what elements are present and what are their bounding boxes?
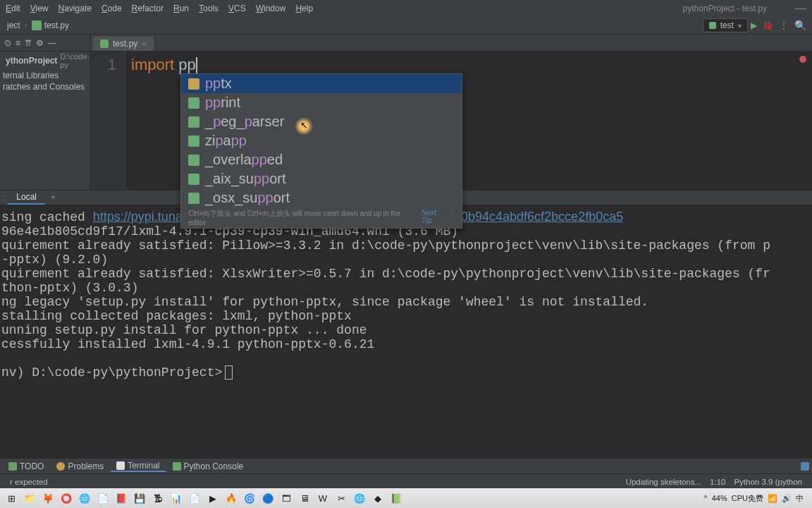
run-button[interactable]: ▶ <box>751 20 757 30</box>
taskbar-app-icon[interactable]: ⊞ <box>3 491 20 505</box>
run-config-selector[interactable]: test <box>703 18 748 32</box>
tree-scratches[interactable]: ratches and Consoles <box>0 81 90 92</box>
tray-volume-icon[interactable]: 🔊 <box>782 494 792 503</box>
autocomplete-item[interactable]: _peg_parser <box>181 112 462 131</box>
title-breadcrumb: pythonProject - test.py <box>683 4 767 13</box>
autocomplete-label: pprint <box>205 95 240 111</box>
status-position[interactable]: 1:10 <box>706 478 730 486</box>
line-number: 1 <box>90 56 116 74</box>
tray-expand-icon[interactable]: ^ <box>704 494 708 502</box>
menu-view[interactable]: View <box>30 4 49 13</box>
autocomplete-label: pptx <box>205 75 232 92</box>
taskbar-app-icon[interactable]: 🌐 <box>351 491 368 505</box>
python-file-icon <box>32 20 42 30</box>
taskbar-app-icon[interactable]: 🌐 <box>76 491 93 505</box>
taskbar-app-icon[interactable]: 🗔 <box>278 491 295 505</box>
collapse-all-icon[interactable]: ⇈ <box>25 38 32 48</box>
tool-window-tabs: TODO Problems Terminal Python Console <box>0 458 812 473</box>
taskbar-app-icon[interactable]: 📄 <box>186 491 203 505</box>
autocomplete-label: _aix_support <box>205 171 286 187</box>
debug-button[interactable]: 🐞 <box>763 20 773 30</box>
menu-help[interactable]: Help <box>295 4 313 13</box>
module-icon <box>188 193 199 204</box>
breadcrumb-project[interactable]: ject <box>3 19 25 32</box>
taskbar-app-icon[interactable]: 📊 <box>168 491 185 505</box>
file-tab-testpy[interactable]: test.py × <box>93 37 154 51</box>
tray-ime[interactable]: 中 <box>796 493 804 504</box>
autocomplete-hint: Ctrl+向下箭头 and Ctrl+向上箭头 will move caret … <box>181 207 462 228</box>
taskbar-app-icon[interactable]: 📄 <box>94 491 111 505</box>
taskbar-app-icon[interactable]: 🔵 <box>259 491 276 505</box>
module-icon <box>188 97 199 109</box>
taskbar-app-icon[interactable]: 📗 <box>388 491 405 505</box>
minimize-button[interactable]: — <box>795 2 806 15</box>
autocomplete-item[interactable]: _aix_support <box>181 169 462 188</box>
project-toolbar: ⊙ ≡ ⇈ ⚙ — <box>0 35 90 52</box>
autocomplete-label: _overlapped <box>205 152 283 168</box>
status-skeletons: Updating skeletons... <box>622 478 706 486</box>
menu-code[interactable]: Code <box>102 4 122 13</box>
menu-navigate[interactable]: Navigate <box>59 4 92 13</box>
tray-cpu[interactable]: CPU免费 <box>732 493 763 504</box>
status-message: r expected <box>6 478 52 486</box>
tree-project-root[interactable]: ythonProject D:\code-py <box>0 52 90 70</box>
taskbar-app-icon[interactable]: ✂ <box>333 491 350 505</box>
terminal-output[interactable]: sing cached https://pypi.tuna.tsinghua.e… <box>0 205 812 458</box>
taskbar-app-icon[interactable]: 📕 <box>113 491 130 505</box>
error-indicator-icon[interactable] <box>799 56 806 63</box>
keyword-import: import <box>131 56 174 73</box>
more-icon[interactable]: ⋮ <box>448 209 455 226</box>
taskbar-app-icon[interactable]: 💾 <box>131 491 148 505</box>
tab-terminal[interactable]: Terminal <box>111 461 165 472</box>
status-interpreter[interactable]: Python 3.9 (python <box>730 478 806 486</box>
taskbar-app-icon[interactable]: ◆ <box>369 491 386 505</box>
taskbar-app-icon[interactable]: ▶ <box>204 491 221 505</box>
breadcrumb-file[interactable]: test.py <box>27 19 73 32</box>
close-tab-icon[interactable]: × <box>142 40 146 48</box>
taskbar-app-icon[interactable]: 🦊 <box>39 491 56 505</box>
expand-all-icon[interactable]: ≡ <box>16 38 20 48</box>
autocomplete-label: _osx_support <box>205 190 290 206</box>
nav-bar: ject › test.py test ▶ 🐞 ⋮ 🔍 <box>0 17 812 35</box>
menu-run[interactable]: Run <box>173 4 189 13</box>
tab-todo[interactable]: TODO <box>3 461 49 471</box>
taskbar-app-icon[interactable]: 🔥 <box>223 491 240 505</box>
autocomplete-item[interactable]: _overlapped <box>181 150 462 169</box>
module-icon <box>188 174 199 185</box>
tab-problems[interactable]: Problems <box>51 461 109 471</box>
autocomplete-item[interactable]: zipapp <box>181 131 462 150</box>
tray-wifi-icon[interactable]: 📶 <box>768 494 777 503</box>
taskbar-app-icon[interactable]: ⭕ <box>58 491 75 505</box>
taskbar-app-icon[interactable]: 🗜 <box>149 491 166 505</box>
hide-icon[interactable]: — <box>48 38 56 48</box>
event-log-icon[interactable] <box>801 462 809 471</box>
menu-window[interactable]: Window <box>256 4 286 13</box>
search-icon[interactable]: 🔍 <box>794 20 806 31</box>
taskbar-app-icon[interactable]: 🖥 <box>296 491 313 505</box>
taskbar-app-icon[interactable]: 🌀 <box>241 491 258 505</box>
more-actions-icon[interactable]: ⋮ <box>779 20 789 31</box>
autocomplete-item[interactable]: pprint <box>181 93 462 112</box>
menu-bar: Edit View Navigate Code Refactor Run Too… <box>0 0 812 17</box>
menu-refactor[interactable]: Refactor <box>132 4 164 13</box>
tree-external-libs[interactable]: ternal Libraries <box>0 70 90 81</box>
terminal-cursor <box>225 365 233 380</box>
scroll-from-source-icon[interactable]: ⊙ <box>4 38 11 48</box>
module-icon <box>188 155 199 166</box>
taskbar-app-icon[interactable]: 📁 <box>21 491 38 505</box>
menu-tools[interactable]: Tools <box>199 4 219 13</box>
autocomplete-label: zipapp <box>205 133 247 149</box>
tray-battery[interactable]: 44% <box>712 494 727 502</box>
next-tip-link[interactable]: Next Tip <box>422 209 448 226</box>
autocomplete-item[interactable]: _osx_support <box>181 188 462 207</box>
taskbar-app-icon[interactable]: W <box>314 491 331 505</box>
terminal-tab-local[interactable]: Local <box>8 190 45 205</box>
menu-edit[interactable]: Edit <box>6 4 20 13</box>
tab-python-console[interactable]: Python Console <box>167 461 250 471</box>
menu-vcs[interactable]: VCS <box>228 4 246 13</box>
autocomplete-item[interactable]: pptx <box>181 74 462 93</box>
autocomplete-popup: pptxpprint_peg_parserzipapp_overlapped_a… <box>180 73 462 229</box>
add-terminal-button[interactable]: + <box>45 193 61 202</box>
python-file-icon <box>100 40 109 48</box>
settings-icon[interactable]: ⚙ <box>36 38 44 48</box>
